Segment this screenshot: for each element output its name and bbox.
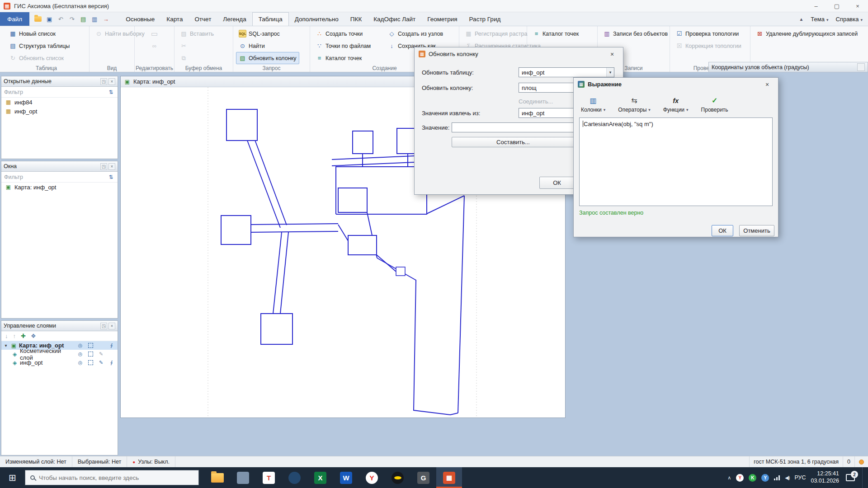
tab-pkk[interactable]: ПКК bbox=[344, 12, 368, 26]
new-list-button[interactable]: ▦Новый список bbox=[6, 28, 72, 40]
tray-antivirus-icon[interactable]: K bbox=[749, 474, 756, 482]
nodes-status[interactable]: ● Узлы: Выкл. bbox=[127, 456, 175, 467]
selectable-box-icon[interactable] bbox=[86, 360, 95, 365]
start-button[interactable]: ⊞ bbox=[0, 467, 25, 488]
tab-legend[interactable]: Легенда bbox=[217, 12, 252, 26]
redo-icon[interactable]: ↷ bbox=[68, 15, 76, 23]
add-layer-icon[interactable]: ✚ bbox=[21, 333, 26, 339]
taskbar-app-blue[interactable] bbox=[230, 467, 256, 488]
taskbar-word[interactable]: W bbox=[333, 467, 359, 488]
close-button[interactable]: × bbox=[847, 0, 868, 12]
volume-icon[interactable]: ◀) bbox=[785, 475, 789, 481]
maximize-button[interactable]: ▢ bbox=[826, 0, 847, 12]
selected-status[interactable]: Выбранный: Нет bbox=[72, 456, 127, 467]
float-panel-icon[interactable]: ◳ bbox=[100, 78, 107, 85]
dialog-title-bar[interactable]: ▦ Обновить колонку × bbox=[415, 47, 623, 61]
help-menu[interactable]: Справка▾ bbox=[835, 16, 863, 23]
remove-duplicates-button[interactable]: ⊠Удаление дублирующихся записей bbox=[753, 28, 860, 40]
ok-button[interactable]: ОК bbox=[539, 177, 575, 189]
move-layer-up-icon[interactable]: ↑ bbox=[13, 333, 16, 339]
layer-properties-icon[interactable]: ❖ bbox=[31, 333, 36, 339]
tray-expand-icon[interactable]: ∧ bbox=[727, 475, 731, 481]
taskbar-search[interactable] bbox=[25, 470, 199, 485]
points-catalog2-button[interactable]: ≡Каталог точек bbox=[530, 28, 581, 40]
layer-item-inf-opt[interactable]: ◈ инф_opt ◎ ✎ ∮ bbox=[1, 358, 118, 367]
visibility-eye-icon[interactable]: ◎ bbox=[76, 360, 85, 366]
network-icon[interactable] bbox=[774, 475, 780, 480]
update-column-button[interactable]: ▧Обновить колонку bbox=[236, 52, 299, 64]
new-table-icon[interactable]: ▤ bbox=[79, 15, 87, 23]
close-panel-icon[interactable]: × bbox=[108, 323, 115, 329]
close-icon[interactable]: × bbox=[760, 78, 774, 91]
cancel-button[interactable]: Отменить bbox=[739, 225, 774, 236]
tab-main[interactable]: Основные bbox=[120, 12, 160, 26]
close-icon[interactable]: × bbox=[605, 47, 619, 61]
show-desktop-button[interactable] bbox=[862, 467, 864, 488]
create-points-button[interactable]: ∴Создать точки bbox=[313, 28, 382, 40]
tab-kadoffice[interactable]: КадОфис Лайт bbox=[368, 12, 421, 26]
layer-item-cosmetic[interactable]: ◈ Косметический слой ◎ ✎ bbox=[1, 350, 118, 358]
search-input[interactable] bbox=[39, 474, 193, 481]
theme-menu[interactable]: Тема▾ bbox=[811, 16, 828, 23]
sort-icon[interactable]: ⇅ bbox=[107, 173, 115, 181]
minimize-button[interactable]: – bbox=[806, 0, 826, 12]
visibility-eye-icon[interactable]: ◎ bbox=[76, 351, 85, 357]
table-window-icon[interactable]: ▥ bbox=[90, 15, 99, 23]
table-structure-button[interactable]: ▤Структура таблицы bbox=[6, 40, 72, 52]
table-item-inf84[interactable]: ▦ инф84 bbox=[1, 98, 118, 107]
points-from-files-button[interactable]: ∵Точки по файлам bbox=[313, 40, 382, 52]
tab-rastergrid[interactable]: Растр Грид bbox=[463, 12, 507, 26]
ok-button[interactable]: ОК bbox=[712, 225, 733, 236]
tab-map[interactable]: Карта bbox=[160, 12, 189, 26]
coords-panel-button[interactable] bbox=[857, 63, 865, 71]
sql-query-button[interactable]: SQLSQL-запрос bbox=[236, 28, 299, 40]
sort-icon[interactable]: ⇅ bbox=[107, 88, 115, 96]
verify-button[interactable]: ✓ Проверить bbox=[698, 92, 732, 117]
taskbar-explorer[interactable] bbox=[204, 467, 230, 488]
save-icon[interactable]: ▣ bbox=[45, 15, 53, 23]
attach-icon[interactable]: ∮ bbox=[107, 360, 116, 366]
taskbar-app-navy[interactable] bbox=[282, 467, 307, 488]
tab-report[interactable]: Отчет bbox=[189, 12, 217, 26]
float-panel-icon[interactable]: ◳ bbox=[100, 323, 107, 329]
selectable-box-icon[interactable] bbox=[86, 343, 95, 348]
taskbar-app-g[interactable]: G bbox=[410, 467, 436, 488]
exit-icon[interactable]: → bbox=[102, 15, 110, 23]
taskbar-excel[interactable]: X bbox=[307, 467, 333, 488]
points-catalog-button[interactable]: ≡Каталог точек bbox=[313, 52, 382, 64]
tab-geometry[interactable]: Геометрия bbox=[421, 12, 463, 26]
action-center-icon[interactable]: 2 bbox=[846, 474, 855, 481]
close-panel-icon[interactable]: × bbox=[108, 78, 115, 85]
expander-icon[interactable]: ▾ bbox=[3, 343, 9, 348]
table-item-inf-opt[interactable]: ▦ инф_opt bbox=[1, 107, 118, 116]
topology-check-button[interactable]: ☑Проверка топологии bbox=[673, 28, 744, 40]
taskbar-axioma-active[interactable]: ▦ bbox=[436, 467, 462, 488]
crs-status[interactable]: гост МСК-51 зона 1, 6 градусная bbox=[749, 456, 843, 467]
tab-file[interactable]: Файл bbox=[0, 12, 29, 26]
visibility-eye-icon[interactable]: ◎ bbox=[76, 343, 85, 348]
open-folder-icon[interactable] bbox=[34, 15, 42, 23]
coords-panel-header[interactable]: Координаты узлов объекта (градусы) bbox=[708, 62, 868, 72]
close-panel-icon[interactable]: × bbox=[108, 163, 115, 170]
edit-pencil-icon[interactable]: ✎ bbox=[97, 360, 105, 366]
create-from-nodes-button[interactable]: ◇Создать из узлов bbox=[385, 28, 456, 40]
columns-menu-button[interactable]: ▥ Колонки▾ bbox=[577, 92, 609, 117]
window-item-map[interactable]: ▣ Карта: инф_opt bbox=[1, 183, 118, 192]
open-data-filter[interactable]: Фильтр ⇅ bbox=[1, 87, 118, 98]
edit-pencil-icon[interactable]: ✎ bbox=[97, 351, 105, 357]
tab-table[interactable]: Таблица bbox=[252, 12, 289, 26]
windows-filter[interactable]: Фильтр ⇅ bbox=[1, 172, 118, 183]
dialog-title-bar[interactable]: ▦ Выражение × bbox=[574, 78, 778, 91]
operators-menu-button[interactable]: ⇆ Операторы▾ bbox=[614, 92, 654, 117]
move-layer-down-icon[interactable]: ↓ bbox=[5, 333, 8, 339]
find-button[interactable]: ⊙Найти bbox=[236, 40, 299, 52]
update-table-select[interactable]: инф_opt ▾ bbox=[519, 67, 614, 77]
notifications-cell[interactable] bbox=[854, 456, 868, 467]
expression-editor[interactable]: CartesianArea(obj, "sq m") bbox=[579, 117, 773, 206]
collapse-ribbon-icon[interactable]: ▲ bbox=[799, 17, 803, 22]
compose-button[interactable]: Составить... bbox=[452, 137, 575, 147]
taskbar-app-bat[interactable] bbox=[385, 467, 410, 488]
taskbar-clock[interactable]: 12:25:41 03.01.2026 bbox=[811, 470, 839, 484]
taskbar-yandex[interactable]: Y bbox=[359, 467, 385, 488]
tray-app-icon[interactable]: Y bbox=[761, 474, 769, 482]
